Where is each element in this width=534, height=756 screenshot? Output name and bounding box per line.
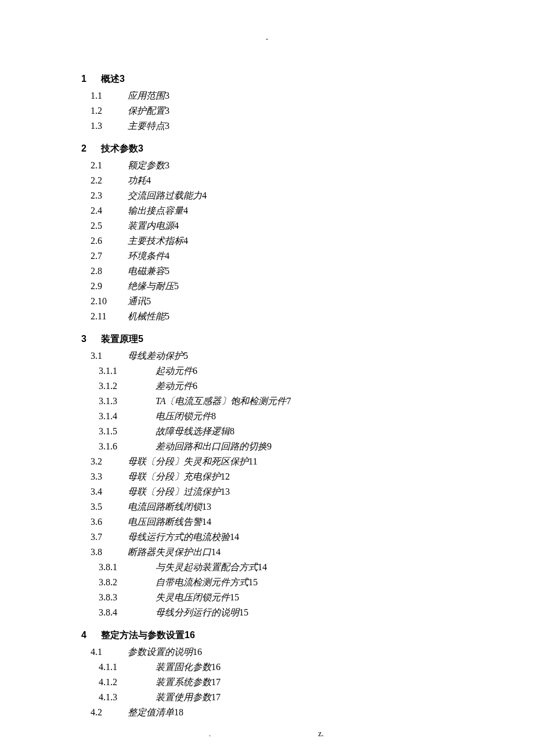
toc-page: 14 — [230, 532, 239, 542]
toc-entry: 3.1.5故障母线选择逻辑8 — [99, 426, 453, 438]
toc-number: 4.1.1 — [99, 662, 156, 672]
toc-entry: 3.7母线运行方式的电流校验14 — [91, 531, 453, 543]
toc-entry: 2.2功耗4 — [91, 175, 453, 187]
toc-title: 电磁兼容 — [128, 266, 165, 276]
toc-entry: 2.10通讯5 — [91, 296, 453, 308]
toc-entry: 2.4输出接点容量4 — [91, 205, 453, 217]
toc-title: 起动元件 — [156, 366, 193, 376]
toc-title: 整定值清单 — [128, 707, 174, 717]
toc-number: 3.4 — [91, 487, 128, 497]
toc-number: 2.2 — [91, 175, 128, 186]
toc-entry: 1.1应用范围3 — [91, 90, 453, 102]
toc-number: 2.1 — [91, 160, 128, 171]
toc-title: 概述 — [101, 74, 120, 84]
toc-number: 3.8.3 — [99, 592, 156, 603]
header-mark: - — [266, 35, 268, 44]
toc-title: 主要技术指标 — [128, 236, 183, 246]
toc-page: 6 — [193, 366, 197, 376]
toc-number: 2.5 — [91, 221, 128, 231]
toc-page: 15 — [239, 607, 248, 617]
toc-number: 3.1.1 — [99, 366, 156, 376]
toc-entry: 3.8.3失灵电压闭锁元件15 — [99, 592, 453, 604]
toc-title: 自带电流检测元件方式 — [156, 577, 248, 587]
toc-title: 装置使用参数 — [156, 692, 211, 702]
toc-page: 14 — [258, 562, 267, 572]
toc-page: 7 — [286, 396, 291, 406]
toc-number: 3.1.6 — [99, 441, 156, 452]
toc-title: 装置固化参数 — [156, 662, 211, 672]
toc-page: 4 — [146, 175, 151, 185]
toc-entry: 3.2母联〔分段〕失灵和死区保护11 — [91, 456, 453, 468]
toc-page: 3 — [138, 143, 143, 153]
toc-page: 3 — [120, 74, 125, 84]
toc-number: 3.5 — [91, 502, 128, 512]
toc-title: 额定参数 — [128, 160, 165, 170]
toc-title: 绝缘与耐压 — [128, 281, 174, 291]
toc-number: 3.8.1 — [99, 562, 156, 573]
toc-page: 4 — [183, 206, 188, 215]
toc-title: 技术参数 — [101, 143, 138, 153]
toc-number: 1 — [81, 74, 101, 84]
toc-page: 5 — [146, 296, 151, 306]
toc-page: 17 — [211, 677, 221, 687]
toc-title: 电压回路断线告警 — [128, 517, 202, 527]
toc-page: 18 — [174, 707, 183, 717]
toc-container: 1概述31.1应用范围31.2保护配置31.3主要特点32技术参数32.1额定参… — [0, 0, 534, 719]
toc-page: 4 — [183, 236, 188, 246]
toc-number: 2 — [81, 143, 101, 154]
toc-number: 2.7 — [91, 251, 128, 261]
toc-number: 2.8 — [91, 266, 128, 276]
toc-page: 5 — [138, 334, 143, 344]
toc-number: 3 — [81, 334, 101, 344]
toc-entry: 2技术参数3 — [81, 143, 453, 155]
toc-entry: 2.6主要技术指标4 — [91, 235, 453, 247]
toc-page: 6 — [193, 381, 197, 391]
toc-title: 装置系统参数 — [156, 677, 211, 687]
toc-page: 13 — [202, 502, 211, 512]
toc-title: 差动元件 — [156, 381, 193, 391]
toc-title: 通讯 — [128, 296, 146, 306]
toc-number: 2.4 — [91, 206, 128, 216]
toc-entry: 4.2整定值清单18 — [91, 707, 453, 719]
toc-entry: 1.2保护配置3 — [91, 105, 453, 117]
toc-entry: 3.5电流回路断线闭锁13 — [91, 501, 453, 513]
toc-page: 16 — [185, 630, 195, 640]
toc-title: 机械性能 — [128, 311, 165, 321]
toc-page: 8 — [211, 411, 216, 421]
toc-entry: 3.1母线差动保护5 — [91, 350, 453, 362]
toc-entry: 1.3主要特点3 — [91, 120, 453, 132]
toc-entry: 3.4母联〔分段〕过流保护13 — [91, 486, 453, 498]
toc-number: 3.1 — [91, 351, 128, 361]
toc-number: 1.2 — [91, 106, 128, 116]
toc-title: 与失灵起动装置配合方式 — [156, 562, 258, 572]
toc-page: 15 — [230, 592, 239, 602]
toc-page: 11 — [248, 456, 257, 466]
toc-number: 4.2 — [91, 707, 128, 718]
toc-page: 16 — [193, 647, 202, 657]
toc-number: 3.1.3 — [99, 396, 156, 406]
toc-entry: 2.11机械性能5 — [91, 311, 453, 323]
toc-entry: 3.6电压回路断线告警14 — [91, 516, 453, 528]
toc-title: 母联〔分段〕充电保护 — [128, 471, 221, 481]
toc-title: 差动回路和出口回路的切换 — [156, 441, 267, 451]
toc-number: 3.1.2 — [99, 381, 156, 391]
toc-number: 2.9 — [91, 281, 128, 291]
toc-page: 9 — [267, 441, 272, 451]
toc-page: 14 — [202, 517, 211, 527]
toc-entry: 4.1.2装置系统参数17 — [99, 676, 453, 689]
toc-entry: 3.1.1起动元件6 — [99, 365, 453, 377]
toc-number: 1.1 — [91, 91, 128, 101]
toc-entry: 1概述3 — [81, 73, 453, 85]
toc-page: 5 — [165, 311, 169, 321]
toc-page: 3 — [165, 160, 169, 170]
toc-title: 保护配置 — [128, 106, 165, 116]
toc-entry: 3.3母联〔分段〕充电保护12 — [91, 471, 453, 483]
toc-entry: 3.8断路器失灵保护出口14 — [91, 546, 453, 559]
toc-number: 3.1.4 — [99, 411, 156, 422]
toc-number: 4.1.3 — [99, 692, 156, 703]
toc-title: 母线运行方式的电流校验 — [128, 532, 230, 542]
toc-title: 装置原理 — [101, 334, 138, 344]
toc-title: 交流回路过载能力 — [128, 190, 202, 200]
toc-page: 4 — [165, 251, 169, 261]
toc-number: 2.6 — [91, 236, 128, 246]
